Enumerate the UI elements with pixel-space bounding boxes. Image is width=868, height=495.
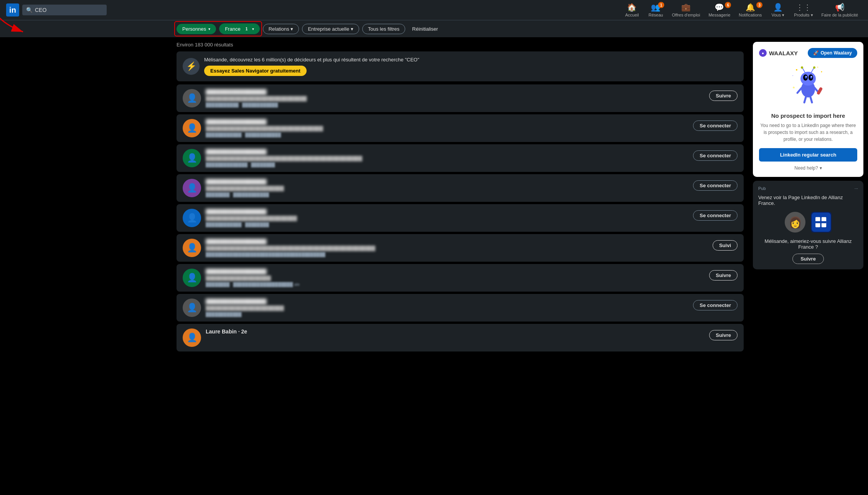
france-filter[interactable]: France 1 ▾ (219, 23, 259, 34)
filter-bar: Personnes ▾ France 1 ▾ Relations ▾ Entre… (0, 20, 868, 37)
nav-item-reseau[interactable]: 👥 Réseau 1 (644, 0, 667, 20)
suivre-button[interactable]: Suivre (709, 270, 738, 280)
svg-line-15 (811, 68, 814, 73)
result-avatar: 👤 (183, 328, 201, 347)
promo-banner: ⚡ Mélisande, découvrez les 6 million(s) … (177, 51, 744, 81)
alien-illustration (789, 64, 827, 106)
se-connecter-button[interactable]: Se connecter (693, 120, 738, 131)
open-waalaxy-button[interactable]: 🚀 Open Waalaxy (808, 48, 857, 58)
result-name: ████████████████ (206, 239, 708, 245)
main-content: Environ 183 000 résultats ⚡ Mélisande, d… (0, 37, 868, 358)
need-help-chevron: ▾ (820, 165, 822, 171)
result-name: ████████████████ (206, 299, 688, 305)
svg-point-1 (796, 69, 797, 71)
notifications-icon: 🔔 (746, 3, 755, 12)
result-title: ████████████████████████████████████ (206, 126, 688, 131)
result-item: 👤 ████████████████ █████████████████████… (177, 114, 744, 142)
se-connecter-button[interactable]: Se connecter (693, 210, 738, 221)
suivi-button[interactable]: Suivi (713, 240, 738, 251)
result-avatar: 👤 (183, 299, 201, 317)
result-name: Laure Babin · 2e (206, 328, 705, 335)
svg-line-17 (797, 88, 802, 93)
nav-label-vous: Vous ▾ (771, 13, 784, 18)
tous-label: Tous les filtres (368, 26, 399, 32)
top-navigation: in 🔍 🏠 Accueil 👥 Réseau 1 💼 Offres d'emp… (0, 0, 868, 20)
suivre-button[interactable]: Suivre (709, 91, 738, 101)
svg-point-12 (811, 76, 812, 78)
reinitialiser-label: Réinitialiser (412, 26, 438, 32)
notifications-badge: 3 (756, 2, 762, 8)
reinitialiser-button[interactable]: Réinitialiser (408, 24, 442, 34)
result-item: 👤 ████████████████ █████████████████████… (177, 234, 744, 262)
nav-items: 🏠 Accueil 👥 Réseau 1 💼 Offres d'emploi 💬… (620, 0, 862, 20)
linkedin-search-button[interactable]: LinkedIn regular search (759, 148, 857, 162)
result-title: ████████████████████ (206, 276, 705, 281)
waalaxy-widget: ● WAALAXY 🚀 Open Waalaxy (753, 42, 863, 177)
result-info: ████████████████ ███████████████████████… (206, 89, 705, 107)
result-info: ████████████████ ████████████████████ ██… (206, 269, 705, 287)
tous-filtres-filter[interactable]: Tous les filtres (362, 24, 405, 34)
relations-filter[interactable]: Relations ▾ (263, 24, 299, 34)
ad-company-avatar (810, 211, 833, 234)
result-name: ████████████████ (206, 269, 705, 275)
result-info: ████████████████ ███████████████████████… (206, 299, 688, 317)
ad-more-icon[interactable]: ··· (855, 186, 858, 191)
svg-point-14 (801, 66, 803, 69)
ad-follow-button[interactable]: Suivre (792, 254, 824, 264)
relations-label: Relations ▾ (269, 26, 294, 32)
nav-item-notifications[interactable]: 🔔 Notifications 3 (735, 0, 766, 20)
nav-label-messagerie: Messagerie (708, 13, 730, 17)
result-avatar: 👤 (183, 179, 201, 197)
waalaxy-logo-icon: ● (759, 49, 767, 57)
right-column: ● WAALAXY 🚀 Open Waalaxy (753, 37, 868, 358)
result-item: 👤 ████████████████ █████████████████████… (177, 294, 744, 322)
nav-item-accueil[interactable]: 🏠 Accueil (620, 0, 644, 20)
entreprise-label: Entreprise actuelle ▾ (308, 26, 353, 32)
result-avatar: 👤 (183, 239, 201, 257)
nav-item-vous[interactable]: 👤 Vous ▾ (766, 0, 789, 20)
entreprise-filter[interactable]: Entreprise actuelle ▾ (302, 24, 359, 34)
personnes-filter[interactable]: Personnes ▾ (177, 24, 216, 34)
ad-question: Mélisande, aimeriez-vous suivre Allianz … (758, 238, 858, 250)
se-connecter-button[interactable]: Se connecter (693, 150, 738, 161)
nav-label-produits: Produits ▾ (794, 13, 813, 18)
se-connecter-button[interactable]: Se connecter (693, 300, 738, 310)
result-title: ████████████████████████ (206, 186, 688, 191)
promo-description: Mélisande, découvrez les 6 million(s) de… (204, 57, 738, 63)
se-connecter-button[interactable]: Se connecter (693, 180, 738, 191)
result-title: ████████████████████████████ (206, 216, 688, 221)
results-column: Environ 183 000 résultats ⚡ Mélisande, d… (0, 37, 753, 358)
nav-item-pub[interactable]: 📢 Faire de la publicité (818, 0, 862, 20)
ad-header: Pub ··· (758, 186, 858, 191)
svg-marker-22 (792, 86, 795, 89)
france-badge: 1 (244, 26, 250, 32)
waalaxy-logo: ● WAALAXY (759, 49, 798, 57)
svg-point-4 (792, 75, 793, 76)
result-name: ████████████████ (206, 149, 688, 155)
nav-item-messagerie[interactable]: 💬 Messagerie 6 (705, 0, 734, 20)
nav-label-reseau: Réseau (649, 13, 663, 17)
nav-label-pub: Faire de la publicité (822, 13, 858, 17)
nav-item-offres[interactable]: 💼 Offres d'emploi (668, 0, 704, 20)
result-info: Laure Babin · 2e (206, 328, 705, 336)
result-item: 👤 Laure Babin · 2e Suivre (177, 324, 744, 351)
need-help[interactable]: Need help? ▾ (759, 165, 857, 171)
home-icon: 🏠 (627, 3, 637, 12)
france-chevron: ▾ (252, 27, 254, 31)
search-bar[interactable]: 🔍 (22, 5, 107, 15)
search-input[interactable] (35, 7, 103, 13)
result-title: ████████████████████████████████████████… (206, 156, 688, 161)
messagerie-badge: 6 (725, 2, 731, 8)
sales-nav-button[interactable]: Essayez Sales Navigator gratuitement (204, 66, 307, 76)
svg-point-11 (806, 76, 807, 78)
suivre-button[interactable]: Suivre (709, 330, 738, 340)
result-info: ████████████████ ███████████████████████… (206, 239, 708, 257)
svg-point-2 (821, 71, 822, 73)
linkedin-logo-text: in (9, 6, 16, 15)
reseau-badge: 1 (658, 2, 664, 8)
nav-item-produits[interactable]: ⋮⋮ Produits ▾ (790, 0, 817, 20)
result-meta: ████████████ · ████████ (206, 222, 688, 227)
result-info: ████████████████ ███████████████████████… (206, 179, 688, 197)
result-name: ████████████████ (206, 179, 688, 185)
linkedin-logo[interactable]: in (6, 3, 19, 16)
